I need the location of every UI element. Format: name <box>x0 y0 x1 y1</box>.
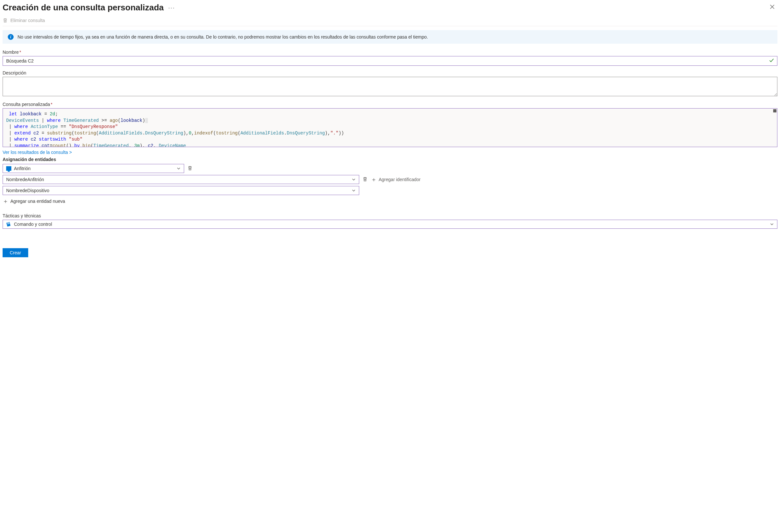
add-entity-button[interactable]: ＋ Agregar una entidad nueva <box>3 198 65 204</box>
more-actions-button[interactable]: ··· <box>168 5 175 11</box>
identifier-1-value: NombredeAnfitrión <box>6 177 44 182</box>
trash-icon <box>362 176 368 182</box>
chevron-down-icon <box>352 189 356 193</box>
page-title: Creación de una consulta personalizada <box>3 3 164 13</box>
trash-icon <box>3 18 8 23</box>
chevron-down-icon <box>177 166 181 170</box>
chevron-down-icon <box>770 222 774 226</box>
create-button[interactable]: Crear <box>3 248 28 257</box>
description-label: Descripción <box>3 70 777 75</box>
name-input[interactable] <box>3 56 777 66</box>
entity-mapping-heading: Asignación de entidades <box>3 157 777 162</box>
info-icon: i <box>8 34 14 40</box>
trash-icon <box>187 166 193 171</box>
tactics-label: Tácticas y técnicas <box>3 213 777 218</box>
identifier-2-value: NombredeDispositivo <box>6 188 49 193</box>
query-editor[interactable]: let lookback = 2d; DeviceEvents | where … <box>3 108 777 147</box>
add-identifier-label: Agregar identificador <box>379 177 421 182</box>
tactics-icon <box>6 222 11 227</box>
add-identifier-button[interactable]: ＋ Agregar identificador <box>371 176 421 182</box>
chevron-down-icon <box>352 177 356 181</box>
identifier-2-select[interactable]: NombredeDispositivo <box>3 186 359 195</box>
identifier-1-select[interactable]: NombredeAnfitrión <box>3 175 359 184</box>
tactics-select[interactable]: Comando y control <box>3 220 777 229</box>
plus-icon: ＋ <box>371 176 377 182</box>
add-entity-label: Agregar una entidad nueva <box>10 199 65 204</box>
close-button[interactable] <box>767 3 777 12</box>
description-input[interactable] <box>3 77 777 96</box>
info-banner-text: No use intervalos de tiempo fijos, ya se… <box>17 34 428 40</box>
delete-entity-button[interactable] <box>187 166 193 172</box>
entity-type-value: Anfitrión <box>14 166 31 171</box>
delete-query-button[interactable]: Eliminar consulta <box>3 18 45 23</box>
minimap-icon <box>773 109 776 112</box>
info-banner: i No use intervalos de tiempo fijos, ya … <box>3 30 777 44</box>
query-label: Consulta personalizada* <box>3 102 777 107</box>
delete-identifier-button[interactable] <box>362 176 368 183</box>
plus-icon: ＋ <box>3 198 8 204</box>
host-icon <box>6 166 11 171</box>
entity-type-select[interactable]: Anfitrión <box>3 164 184 173</box>
name-label: Nombre* <box>3 50 777 55</box>
close-icon <box>770 4 775 9</box>
view-results-link[interactable]: Ver los resultados de la consulta > <box>3 150 72 155</box>
tactics-value: Comando y control <box>14 222 52 227</box>
delete-query-label: Eliminar consulta <box>10 18 45 23</box>
